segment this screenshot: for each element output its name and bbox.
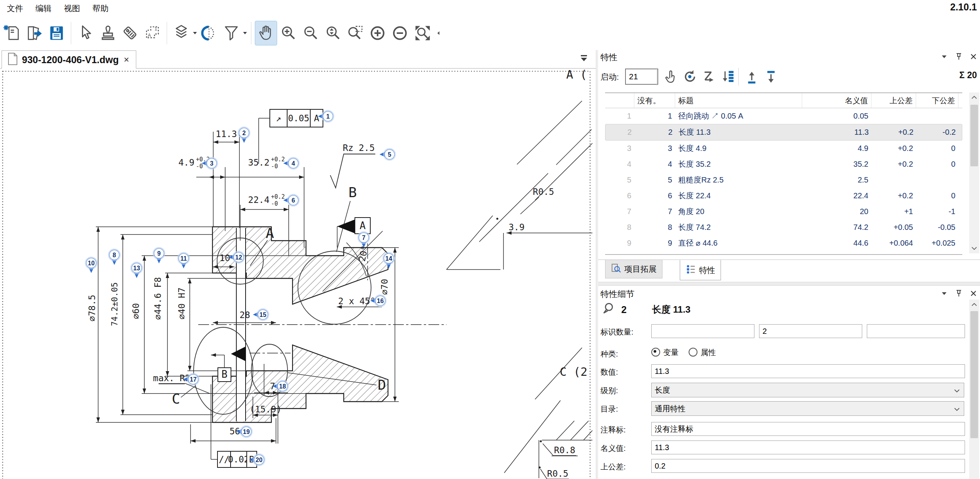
table-row-6[interactable]: 66长度 22.4 22.4+0.20 xyxy=(605,188,962,204)
value-input[interactable] xyxy=(651,364,965,378)
balloon-11[interactable]: 11 xyxy=(178,253,190,269)
filter-button[interactable] xyxy=(221,21,242,45)
view-label[interactable]: A ( xyxy=(566,69,587,81)
col-header-upper[interactable]: 上公差 xyxy=(871,93,916,108)
view-label[interactable]: B xyxy=(348,184,357,200)
tab-close-icon[interactable]: × xyxy=(123,54,130,65)
zoom-in-button[interactable] xyxy=(278,21,299,45)
col-header-nominal[interactable]: 名义值 xyxy=(802,93,871,108)
table-row-9[interactable]: 99直径 ⌀ 44.6 44.6+0.064+0.025 xyxy=(605,235,962,251)
panel-pin-icon[interactable] xyxy=(955,52,963,62)
balloon-15[interactable]: 15 xyxy=(253,309,269,321)
new-document-button[interactable] xyxy=(1,21,23,45)
dock-tab-characteristics[interactable]: 特性 xyxy=(680,260,721,280)
catalog-select[interactable]: 通用特性 xyxy=(651,401,964,416)
view-label[interactable]: C xyxy=(172,391,180,407)
zoom-dynamic-button[interactable] xyxy=(323,21,344,45)
increase-button[interactable] xyxy=(367,21,389,45)
dim-text[interactable]: 22.4 xyxy=(248,195,269,205)
menu-1[interactable]: 文件 xyxy=(2,1,28,16)
filter-dropdown-icon[interactable] xyxy=(242,21,248,45)
panel-menu-icon[interactable] xyxy=(940,289,948,299)
dim-text[interactable]: 28 xyxy=(239,310,250,320)
id-count-input-1[interactable] xyxy=(651,324,754,338)
panel-close-icon[interactable] xyxy=(969,52,978,62)
id-count-input-2[interactable] xyxy=(759,324,862,338)
dock-tab-project-expand[interactable]: 项目拓展 xyxy=(605,260,662,278)
dim-text[interactable]: R0.5 xyxy=(547,469,568,479)
mirror-button[interactable] xyxy=(198,21,220,45)
table-scrollbar-thumb[interactable] xyxy=(970,105,978,166)
balloon-10[interactable]: 10 xyxy=(85,257,97,273)
balloon-13[interactable]: 13 xyxy=(131,262,143,278)
radio-attribute[interactable] xyxy=(689,348,697,357)
dim-text[interactable]: 3.9 xyxy=(508,222,525,232)
class-select[interactable]: 长度 xyxy=(651,383,964,397)
id-count-input-3[interactable] xyxy=(867,324,965,338)
panel-pin-icon[interactable] xyxy=(955,289,963,299)
document-tab[interactable]: 930-1200-406-V1.dwg × xyxy=(2,50,136,69)
dim-text[interactable]: 2 x 45° xyxy=(338,296,376,306)
balloon-5[interactable]: 5 xyxy=(380,149,396,161)
dim-text[interactable]: R0.5 xyxy=(533,187,554,197)
zoom-window-button[interactable] xyxy=(345,21,366,45)
upper-tol-input[interactable] xyxy=(651,459,965,473)
menu-2[interactable]: 编辑 xyxy=(30,1,57,16)
radio-variable[interactable] xyxy=(651,348,660,357)
view-label[interactable]: A xyxy=(266,225,274,241)
table-row-4[interactable]: 44长度 35.2 35.2+0.20 xyxy=(605,156,962,172)
zoom-fit-button[interactable] xyxy=(412,21,433,45)
note-input[interactable] xyxy=(651,422,965,436)
dim-text[interactable]: ⌀78.5 xyxy=(87,295,97,321)
nominal-input[interactable] xyxy=(651,440,965,454)
table-row-1[interactable]: 11径向跳动 ↗ 0.05 A 0.05 xyxy=(605,108,962,124)
balloon-2[interactable]: 2 xyxy=(238,127,250,143)
balloon-6[interactable]: 6 xyxy=(283,194,299,206)
dim-text[interactable]: 4.9 xyxy=(178,157,194,167)
panel-menu-icon[interactable] xyxy=(940,52,948,62)
table-row-2[interactable]: 22长度 11.3 11.3+0.2-0.2 xyxy=(605,124,962,141)
select-cursor-button[interactable] xyxy=(75,21,96,45)
dim-text[interactable]: ⌀70 xyxy=(380,279,390,295)
balloon-9[interactable]: 9 xyxy=(153,248,165,264)
dim-text[interactable]: ⌀60 xyxy=(131,303,141,319)
panel-close-icon[interactable] xyxy=(969,289,978,299)
table-row-7[interactable]: 77角度 20 20+1-1 xyxy=(605,204,962,219)
dim-text[interactable]: (15.9) xyxy=(249,404,281,414)
zoom-out-button[interactable] xyxy=(300,21,322,45)
details-scrollbar[interactable] xyxy=(969,300,979,479)
z-path-button[interactable] xyxy=(700,68,717,85)
dim-text[interactable]: R0.8 xyxy=(554,445,575,455)
layers-dropdown-icon[interactable] xyxy=(192,21,198,45)
dim-text[interactable]: 74.2±0.05 xyxy=(110,282,119,326)
dim-text[interactable]: 35.2 xyxy=(248,157,269,167)
export-down-button[interactable] xyxy=(762,68,780,85)
menu-4[interactable]: 帮助 xyxy=(87,1,114,16)
sort-list-button[interactable] xyxy=(719,68,737,85)
open-document-button[interactable] xyxy=(23,21,45,45)
table-row-5[interactable]: 55粗糙度Rz 2.5 2.5 xyxy=(605,172,962,188)
datum-box-B[interactable]: B xyxy=(218,368,231,382)
view-label[interactable]: C (2 xyxy=(560,365,587,379)
decrease-button[interactable] xyxy=(390,21,411,45)
dim-text[interactable]: max. R3 xyxy=(153,373,191,383)
datum-box-A[interactable]: A xyxy=(355,218,370,234)
view-label[interactable]: D xyxy=(378,377,386,393)
pan-button[interactable] xyxy=(255,21,277,45)
dock-splitter[interactable] xyxy=(598,282,980,286)
dim-text[interactable]: 10 xyxy=(219,253,230,263)
table-row-3[interactable]: 33长度 4.9 4.9+0.20 xyxy=(605,141,962,156)
drawing-canvas[interactable]: ↗0.05A//0.02BAB11.34.9+0.2-035.2+0.2-022… xyxy=(0,69,596,479)
renumber-button[interactable] xyxy=(681,68,698,85)
details-scrollbar-thumb[interactable] xyxy=(970,311,978,438)
dim-text[interactable]: Rz 2.5 xyxy=(343,143,375,153)
toolbar-collapse-icon[interactable] xyxy=(434,21,444,45)
import-up-button[interactable] xyxy=(743,68,761,85)
table-scrollbar[interactable] xyxy=(969,92,979,253)
balloon-4[interactable]: 4 xyxy=(283,157,299,169)
fcf-frame-1[interactable]: ↗0.05A xyxy=(270,109,323,127)
dim-text[interactable]: ⌀44.6 F8 xyxy=(153,277,163,320)
capture-region-button[interactable]: 1A xyxy=(142,21,163,45)
dim-text[interactable]: ⌀40 H7 xyxy=(177,287,187,319)
table-row-8[interactable]: 88长度 74.2 74.2+0.05-0.05 xyxy=(605,219,962,235)
